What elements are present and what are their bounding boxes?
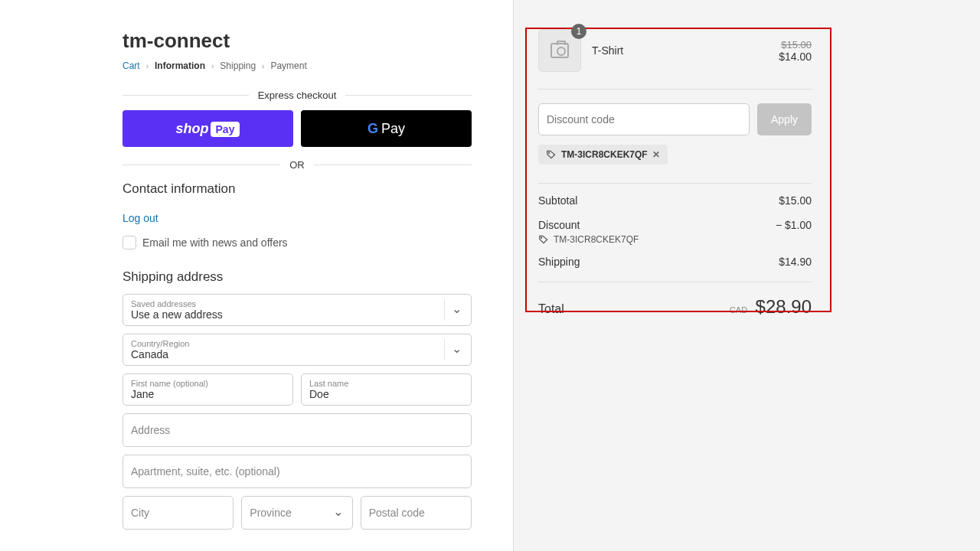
quantity-badge: 1	[571, 24, 586, 39]
apply-button[interactable]: Apply	[757, 103, 812, 135]
country-select[interactable]: Country/Region Canada	[122, 334, 472, 366]
saved-addresses-select[interactable]: Saved addresses Use a new address	[122, 294, 472, 326]
express-checkout-label: Express checkout	[122, 90, 472, 101]
breadcrumb-cart[interactable]: Cart	[122, 60, 140, 71]
total-value: $28.90	[756, 296, 812, 317]
breadcrumb: Cart › Information › Shipping › Payment	[122, 60, 472, 71]
province-select[interactable]: Province	[241, 496, 352, 530]
subtotal-label: Subtotal	[538, 194, 577, 207]
item-price: $14.00	[779, 51, 812, 63]
tag-icon	[538, 234, 549, 245]
currency-label: CAD	[730, 305, 747, 315]
svg-point-1	[541, 237, 542, 238]
saved-addresses-value: Use a new address	[131, 308, 463, 321]
email-news-label: Email me with news and offers	[142, 236, 288, 249]
svg-point-0	[549, 152, 550, 153]
subtotal-value: $15.00	[779, 194, 812, 207]
item-old-price: $15.00	[779, 39, 812, 51]
breadcrumb-shipping: Shipping	[220, 60, 256, 71]
chevron-right-icon: ›	[262, 62, 264, 70]
discount-tag: TM-3ICR8CKEK7QF ✕	[538, 145, 668, 165]
city-field[interactable]: City	[122, 496, 234, 530]
country-label: Country/Region	[131, 339, 463, 348]
address-field[interactable]: Address	[122, 413, 472, 447]
apartment-field[interactable]: Apartment, suite, etc. (optional)	[122, 455, 472, 488]
saved-addresses-label: Saved addresses	[131, 299, 463, 308]
tag-icon	[546, 149, 557, 160]
total-label: Total	[538, 302, 564, 316]
email-news-checkbox[interactable]	[122, 236, 136, 249]
camera-icon	[550, 43, 569, 58]
shipping-label: Shipping	[538, 256, 580, 268]
discount-label: Discount	[538, 219, 580, 231]
contact-heading: Contact information	[122, 181, 472, 197]
breadcrumb-information: Information	[155, 60, 205, 71]
discount-code-text: TM-3ICR8CKEK7QF	[561, 149, 648, 160]
logout-link[interactable]: Log out	[122, 212, 158, 224]
chevron-right-icon: ›	[146, 62, 149, 70]
chevron-right-icon: ›	[211, 62, 214, 70]
shop-pay-logo-icon: shopPay	[176, 121, 240, 137]
discount-value: − $1.00	[776, 219, 812, 231]
discount-code-sub: TM-3ICR8CKEK7QF	[554, 234, 639, 245]
remove-discount-button[interactable]: ✕	[652, 149, 660, 160]
store-title: tm-connect	[122, 29, 472, 53]
country-value: Canada	[131, 348, 463, 360]
last-name-field[interactable]: Last name Doe	[301, 373, 472, 406]
first-name-field[interactable]: First name (optional) Jane	[122, 373, 293, 406]
item-thumbnail: 1	[538, 29, 581, 72]
breadcrumb-payment: Payment	[270, 60, 306, 71]
discount-input[interactable]	[538, 103, 750, 135]
item-name: T-Shirt	[592, 44, 768, 57]
postal-field[interactable]: Postal code	[361, 496, 472, 530]
google-pay-button[interactable]: GPay	[301, 110, 472, 147]
or-divider: OR	[122, 159, 472, 171]
cart-item: 1 T-Shirt $15.00 $14.00	[538, 29, 812, 90]
shipping-value: $14.90	[779, 256, 812, 268]
shipping-heading: Shipping address	[122, 269, 472, 285]
shop-pay-button[interactable]: shopPay	[122, 110, 293, 147]
gpay-logo-icon: GPay	[368, 121, 405, 137]
